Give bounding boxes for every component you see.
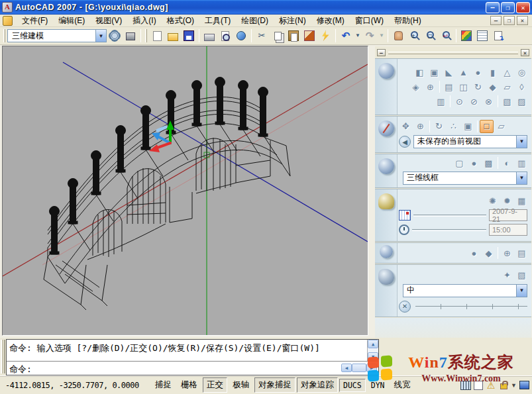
3d-move-icon[interactable]: ▧ xyxy=(500,95,514,108)
redo-button[interactable]: ↷ xyxy=(362,28,378,44)
dashboard-close-button[interactable]: ✕ xyxy=(521,49,529,56)
plot-preview-button[interactable] xyxy=(217,28,233,44)
hscroll-thumb[interactable] xyxy=(352,364,366,372)
pan-button[interactable] xyxy=(390,28,406,44)
match-properties-button[interactable] xyxy=(301,28,317,44)
realistic-sphere-icon[interactable]: ● xyxy=(467,156,481,170)
undo-button[interactable]: ↶ xyxy=(338,28,354,44)
shadow-mode-icon[interactable]: ▥ xyxy=(515,156,529,170)
point-light-icon[interactable]: ✺ xyxy=(486,194,500,207)
planar-surface-icon[interactable]: ◊ xyxy=(515,80,529,93)
properties-button[interactable] xyxy=(458,28,474,44)
parallel-projection-icon[interactable]: □ xyxy=(480,120,494,133)
visual-style-combo[interactable]: 三维线框 ▼ xyxy=(403,172,527,185)
materials-editor-icon[interactable]: ● xyxy=(467,246,481,260)
designcenter-button[interactable] xyxy=(474,28,490,44)
toggle-ducs[interactable]: DUCS xyxy=(339,379,366,392)
warning-icon[interactable]: ⚠ xyxy=(486,380,496,391)
polysolid-icon[interactable]: ◈ xyxy=(409,80,423,93)
toolbar-grip[interactable] xyxy=(3,29,5,42)
zoom-icon[interactable]: ⊕ xyxy=(413,120,427,133)
minimize-button[interactable]: — xyxy=(486,2,500,13)
quick-calc-button[interactable] xyxy=(317,28,333,44)
command-window-grip[interactable] xyxy=(1,340,5,373)
panel-3d-make-launcher[interactable] xyxy=(375,59,398,115)
sun-time-slider[interactable] xyxy=(412,229,486,231)
toolbar-grip-2[interactable] xyxy=(145,29,147,42)
perspective-projection-icon[interactable]: ▱ xyxy=(494,120,508,133)
open-button[interactable] xyxy=(165,28,181,44)
toggle-polar[interactable]: 极轴 xyxy=(229,377,253,393)
command-hscrollbar[interactable]: ◀ ▶ xyxy=(341,364,377,373)
menu-tools[interactable]: 工具(T) xyxy=(199,14,236,28)
camera-icon[interactable]: ▣ xyxy=(461,120,475,133)
undo-dropdown-button[interactable]: ▼ xyxy=(354,28,362,44)
material-attach-icon[interactable]: ⊕ xyxy=(500,246,514,260)
toggle-dyn[interactable]: DYN xyxy=(367,379,389,392)
walk-icon[interactable]: ∴ xyxy=(447,120,460,133)
restore-button[interactable]: ❐ xyxy=(501,2,515,13)
plot-button[interactable] xyxy=(201,28,217,44)
redo-dropdown-button[interactable]: ▼ xyxy=(378,28,386,44)
save-button[interactable] xyxy=(181,28,197,44)
clean-screen-button[interactable] xyxy=(519,380,529,391)
chevron-down-icon[interactable]: ▼ xyxy=(95,30,106,42)
render-output-toggle-button[interactable]: ✕ xyxy=(399,301,411,313)
thicken-icon[interactable]: ▥ xyxy=(434,95,448,108)
subtract-icon[interactable]: ⊘ xyxy=(467,95,481,108)
scroll-left-button[interactable]: ◀ xyxy=(341,364,352,372)
doc-close-button[interactable]: ✕ xyxy=(517,16,528,25)
menu-view[interactable]: 视图(V) xyxy=(90,14,127,28)
panel-materials-launcher[interactable] xyxy=(375,243,398,263)
publish-button[interactable] xyxy=(233,28,249,44)
menu-edit[interactable]: 编辑(E) xyxy=(53,14,90,28)
xray-mode-icon[interactable]: ◐ xyxy=(500,156,514,170)
box-icon[interactable]: ◧ xyxy=(413,66,427,79)
cylinder-icon[interactable]: ▮ xyxy=(486,66,500,79)
workspace-combo[interactable]: 三维建模 ▼ xyxy=(7,29,107,42)
drawing-viewport[interactable] xyxy=(2,46,368,336)
toggle-snap[interactable]: 捕捉 xyxy=(151,377,176,393)
sun-date-slider[interactable] xyxy=(413,215,486,217)
intersect-icon[interactable]: ⊗ xyxy=(482,95,496,108)
material-mapping-icon[interactable]: ◆ xyxy=(482,246,496,260)
clock-icon[interactable] xyxy=(399,224,409,235)
3d-wireframe-icon[interactable]: ▢ xyxy=(452,156,466,170)
doc-minimize-button[interactable]: — xyxy=(490,16,502,25)
sweep-icon[interactable]: ◫ xyxy=(456,80,470,93)
torus-icon[interactable]: ◎ xyxy=(515,66,529,79)
sun-time-field[interactable]: 15:00 xyxy=(489,224,527,236)
toggle-grid[interactable]: 栅格 xyxy=(177,377,201,393)
cut-button[interactable]: ✂ xyxy=(254,28,270,44)
chevron-down-icon[interactable]: ▼ xyxy=(516,285,527,297)
menu-window[interactable]: 窗口(W) xyxy=(350,14,389,28)
union-icon[interactable]: ⊙ xyxy=(452,95,466,108)
render-icon[interactable]: ✦ xyxy=(500,269,514,282)
command-scrollbar[interactable]: ▲ ▼ xyxy=(367,340,378,361)
pyramid-icon[interactable]: △ xyxy=(500,66,514,79)
scroll-up-button[interactable]: ▲ xyxy=(368,340,378,348)
menu-modify[interactable]: 修改(M) xyxy=(311,14,350,28)
scroll-right-button[interactable]: ▶ xyxy=(366,364,377,372)
panel-3d-navigate-launcher[interactable] xyxy=(375,117,398,152)
dashboard-grip[interactable] xyxy=(388,52,518,54)
menu-format[interactable]: 格式(O) xyxy=(162,14,199,28)
slice-icon[interactable]: ▱ xyxy=(500,80,514,93)
render-quality-combo[interactable]: 中 ▼ xyxy=(403,284,527,297)
panel-light-launcher[interactable] xyxy=(375,189,398,241)
spotlight-icon[interactable]: ✹ xyxy=(500,194,514,207)
scroll-down-button[interactable]: ▼ xyxy=(368,352,378,361)
light-list-icon[interactable]: ▦ xyxy=(515,194,529,207)
loft-icon[interactable]: ◆ xyxy=(486,80,500,93)
zoom-realtime-button[interactable] xyxy=(406,28,422,44)
coordinate-readout[interactable]: -4112.0815, -3250.7707, 0.0000 xyxy=(1,379,151,391)
calendar-icon[interactable] xyxy=(399,210,411,221)
autocad-app-icon[interactable] xyxy=(2,2,13,13)
extrude-icon[interactable]: ⊕ xyxy=(423,80,437,93)
menu-insert[interactable]: 插入(I) xyxy=(127,14,161,28)
command-prompt-line[interactable]: 命令: xyxy=(7,361,341,375)
toggle-osnap[interactable]: 对象捕捉 xyxy=(254,377,295,393)
toggle-lineweight[interactable]: 线宽 xyxy=(390,377,414,393)
sun-date-field[interactable]: 2007-9-21 xyxy=(489,209,527,221)
annotation-autoscale-icon[interactable] xyxy=(473,380,484,391)
